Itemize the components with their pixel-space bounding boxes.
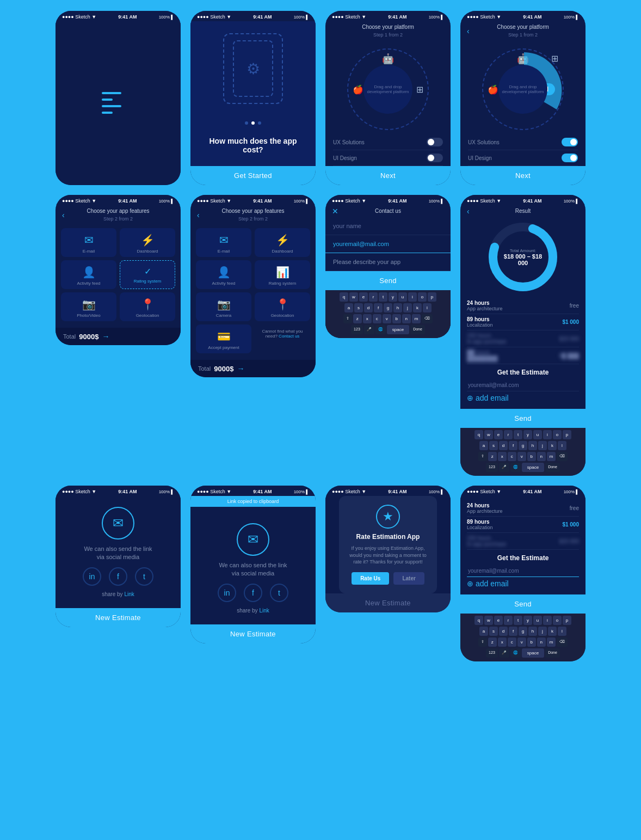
key-y[interactable]: y xyxy=(389,292,397,302)
key-d-12[interactable]: d xyxy=(499,627,508,636)
key-s-12[interactable]: s xyxy=(489,627,498,636)
key-s[interactable]: s xyxy=(354,303,363,312)
key-c[interactable]: c xyxy=(373,314,381,323)
key-y-12[interactable]: y xyxy=(523,616,532,625)
key-l-12[interactable]: l xyxy=(558,627,566,636)
key-shift[interactable]: ⇧ xyxy=(343,314,352,323)
key-space-12[interactable]: space xyxy=(522,648,544,658)
key-mic-8[interactable]: 🎤 xyxy=(499,463,509,472)
key-delete-8[interactable]: ⌫ xyxy=(557,452,568,461)
toggle-ux-switch-4[interactable] xyxy=(562,138,578,146)
link-label-10[interactable]: Link xyxy=(259,608,269,614)
key-d[interactable]: d xyxy=(364,303,373,312)
key-q-8[interactable]: q xyxy=(474,430,483,439)
key-b[interactable]: b xyxy=(392,314,401,323)
key-z-8[interactable]: z xyxy=(488,452,497,461)
key-delete[interactable]: ⌫ xyxy=(422,314,433,323)
linkedin-icon[interactable]: in xyxy=(83,567,101,586)
key-n-8[interactable]: n xyxy=(537,452,546,461)
key-globe[interactable]: 🌐 xyxy=(375,325,386,334)
back-arrow-icon-8[interactable]: ‹ xyxy=(467,207,470,216)
key-g-8[interactable]: g xyxy=(519,441,527,450)
back-arrow-icon-6[interactable]: ‹ xyxy=(197,211,200,219)
key-mic[interactable]: 🎤 xyxy=(364,325,374,334)
key-x-8[interactable]: x xyxy=(498,452,507,461)
next-button-3[interactable]: Next xyxy=(325,166,451,185)
key-g[interactable]: g xyxy=(384,303,392,312)
key-a[interactable]: a xyxy=(344,303,353,312)
new-estimate-button-11[interactable]: New Estimate xyxy=(325,593,451,612)
key-w[interactable]: w xyxy=(349,292,358,302)
key-r-12[interactable]: r xyxy=(504,616,513,625)
key-c-12[interactable]: c xyxy=(508,637,516,647)
add-email-12[interactable]: ⊕ add email xyxy=(467,577,579,590)
key-d-8[interactable]: d xyxy=(499,441,508,450)
key-k-12[interactable]: k xyxy=(548,627,557,636)
key-b-8[interactable]: b xyxy=(527,452,536,461)
name-input[interactable]: your name xyxy=(325,217,451,235)
key-n[interactable]: n xyxy=(402,314,411,323)
key-l[interactable]: l xyxy=(423,303,432,312)
back-arrow-icon[interactable]: ‹ xyxy=(467,27,470,35)
key-w-12[interactable]: w xyxy=(484,616,493,625)
estimate-email-12[interactable]: youremail@mail.com xyxy=(467,565,579,577)
key-p-8[interactable]: p xyxy=(563,430,571,439)
key-c-8[interactable]: c xyxy=(508,452,516,461)
key-p-12[interactable]: p xyxy=(563,616,571,625)
key-i-12[interactable]: i xyxy=(543,616,552,625)
toggle-ui-switch-4[interactable] xyxy=(562,154,578,162)
key-q[interactable]: q xyxy=(340,292,348,302)
key-123-8[interactable]: 123 xyxy=(486,463,498,472)
close-icon[interactable]: ✕ xyxy=(332,207,338,216)
contact-link-6[interactable]: Contact us xyxy=(279,334,299,339)
key-e[interactable]: e xyxy=(359,292,368,302)
key-h[interactable]: h xyxy=(393,303,402,312)
facebook-icon-10[interactable]: f xyxy=(244,584,262,602)
key-j-8[interactable]: j xyxy=(538,441,547,450)
send-button-8[interactable]: Send xyxy=(460,409,585,428)
key-k-8[interactable]: k xyxy=(548,441,557,450)
feature-rating-5[interactable]: ✓ Rating system xyxy=(120,260,175,289)
key-r[interactable]: r xyxy=(369,292,378,302)
toggle-ui-switch-3[interactable] xyxy=(427,154,443,162)
add-email-button[interactable]: ⊕ add email xyxy=(467,391,579,404)
key-u-12[interactable]: u xyxy=(533,616,542,625)
key-w-8[interactable]: w xyxy=(484,430,493,439)
key-space[interactable]: space xyxy=(387,325,409,334)
key-u-8[interactable]: u xyxy=(533,430,542,439)
key-l-8[interactable]: l xyxy=(558,441,566,450)
send-button-7[interactable]: Send xyxy=(325,271,451,290)
link-label-9[interactable]: Link xyxy=(124,591,134,597)
key-f[interactable]: f xyxy=(374,303,383,312)
rate-us-button[interactable]: Rate Us xyxy=(352,572,389,585)
twitter-icon-10[interactable]: t xyxy=(270,584,288,602)
key-j-12[interactable]: j xyxy=(538,627,547,636)
desc-textarea[interactable]: Please describe your app xyxy=(325,253,451,271)
twitter-icon[interactable]: t xyxy=(135,567,153,586)
linkedin-icon-10[interactable]: in xyxy=(218,584,236,602)
back-arrow-icon-5[interactable]: ‹ xyxy=(62,211,65,219)
feature-rating-6[interactable]: 📊 Rating system xyxy=(255,260,310,289)
key-v[interactable]: v xyxy=(383,314,391,323)
key-space-8[interactable]: space xyxy=(522,463,544,472)
key-f-12[interactable]: f xyxy=(509,627,517,636)
email-input[interactable]: youremail@mail.com xyxy=(325,235,451,253)
key-a-12[interactable]: a xyxy=(479,627,488,636)
next-button-4[interactable]: Next xyxy=(460,166,585,185)
estimate-email-input[interactable]: youremail@mail.com xyxy=(467,379,579,391)
toggle-ux-3[interactable]: UX Solutions xyxy=(333,134,443,150)
key-b-12[interactable]: b xyxy=(527,637,536,647)
feature-geo-5[interactable]: 📍 Geolocation xyxy=(120,292,175,321)
key-t-12[interactable]: t xyxy=(514,616,522,625)
key-i-8[interactable]: i xyxy=(543,430,552,439)
key-m-12[interactable]: m xyxy=(547,637,556,647)
key-done-12[interactable]: Done xyxy=(545,648,560,658)
get-started-button[interactable]: Get Started xyxy=(190,166,316,185)
key-o-12[interactable]: o xyxy=(553,616,562,625)
key-j[interactable]: j xyxy=(403,303,412,312)
key-o[interactable]: o xyxy=(418,292,427,302)
toggle-ui-4[interactable]: UI Design xyxy=(468,150,578,166)
key-m-8[interactable]: m xyxy=(547,452,556,461)
key-shift-12[interactable]: ⇧ xyxy=(478,637,487,647)
key-u[interactable]: u xyxy=(398,292,407,302)
